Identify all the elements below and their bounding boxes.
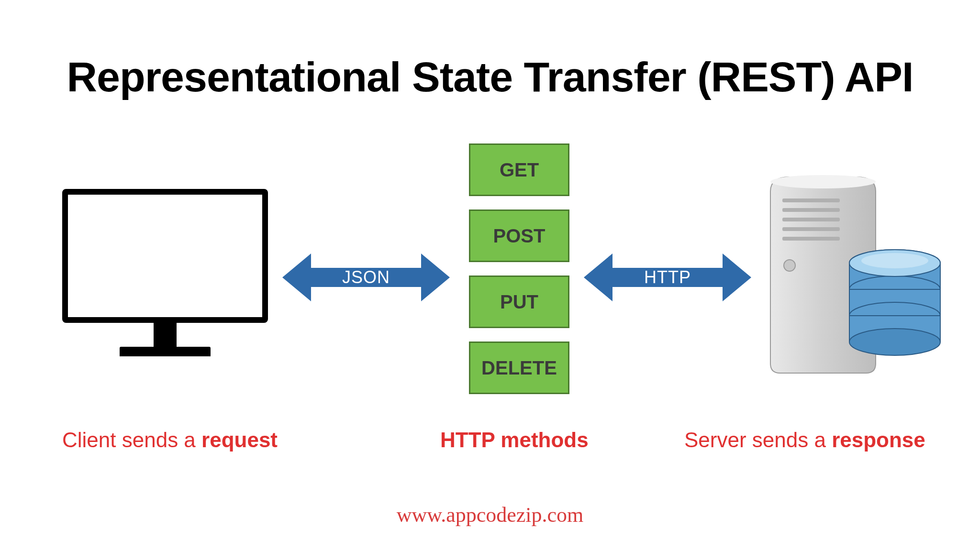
client-caption-bold: request <box>201 428 278 452</box>
svg-point-13 <box>849 329 940 355</box>
svg-rect-3 <box>782 218 840 221</box>
server-caption-bold: response <box>832 428 925 452</box>
svg-rect-4 <box>782 227 840 231</box>
client-caption: Client sends a request <box>62 428 278 452</box>
method-get: GET <box>469 143 569 196</box>
arrow-left-head-icon <box>282 253 311 301</box>
server-caption: Server sends a response <box>684 428 925 452</box>
http-methods-list: GET POST PUT DELETE <box>469 143 569 394</box>
json-arrow-label: JSON <box>310 268 422 287</box>
database-icon <box>849 250 940 355</box>
svg-rect-1 <box>782 198 840 202</box>
diagram-title: Representational State Transfer (REST) A… <box>0 53 980 101</box>
svg-rect-5 <box>782 237 840 241</box>
server-icon <box>761 172 943 378</box>
arrow-right-head-icon <box>421 253 450 301</box>
client-monitor-icon <box>62 189 268 356</box>
http-arrow: HTTP <box>584 263 751 292</box>
json-arrow: JSON <box>282 263 450 292</box>
svg-point-6 <box>784 260 795 271</box>
footer-url: www.appcodezip.com <box>0 503 980 527</box>
client-caption-prefix: Client sends a <box>62 428 201 452</box>
svg-point-0 <box>770 175 876 188</box>
http-arrow-label: HTTP <box>612 268 724 287</box>
svg-rect-2 <box>782 208 840 212</box>
method-delete: DELETE <box>469 342 569 394</box>
arrow-left-head-icon <box>584 253 612 301</box>
svg-point-15 <box>861 253 928 268</box>
server-caption-prefix: Server sends a <box>684 428 832 452</box>
method-put: PUT <box>469 276 569 328</box>
method-post: POST <box>469 209 569 262</box>
methods-caption: HTTP methods <box>440 428 589 452</box>
arrow-right-head-icon <box>723 253 751 301</box>
